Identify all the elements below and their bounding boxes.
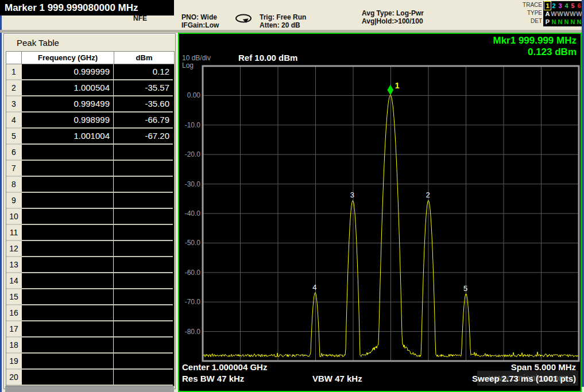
peak-row-frequency: 0.999499 — [21, 96, 113, 112]
peak-row-frequency — [21, 241, 113, 257]
peak-row-dbm — [113, 305, 173, 321]
peak-row-index: 8 — [6, 177, 21, 193]
pno-annunciator: PNO: Wide — [181, 13, 217, 21]
peak-row-dbm — [113, 289, 173, 305]
continuous-sweep-icon[interactable] — [234, 13, 253, 24]
y-axis-label: -40.0 — [185, 209, 201, 218]
peak-row-dbm — [113, 241, 173, 257]
trace-4-type: W — [563, 10, 570, 18]
peak-row-index: 14 — [6, 273, 21, 289]
trace-1-number: 1 — [544, 2, 551, 10]
peak-table-title: Peak Table — [17, 38, 59, 48]
peak-table-row-8[interactable]: 8 — [6, 177, 174, 193]
peak-table-row-20[interactable]: 20 — [6, 370, 174, 386]
peak-table-row-12[interactable]: 12 — [6, 241, 174, 257]
peak-row-index: 10 — [6, 209, 21, 225]
peak-table-row-6[interactable]: 6 — [6, 145, 174, 161]
peak-table-row-13[interactable]: 13 — [6, 257, 174, 273]
trace-status-box[interactable]: 123456 AWWWWW PNNNNN — [543, 1, 583, 26]
y-axis-label: -70.0 — [185, 298, 201, 306]
peak-table-row-16[interactable]: 16 — [6, 305, 174, 321]
peak-row-dbm: -35.60 — [113, 96, 173, 112]
peak-table-row-5[interactable]: 51.001004-67.20 — [6, 129, 174, 145]
marker-1-diamond[interactable] — [387, 85, 393, 95]
trigger-annunciator: Trig: Free Run — [260, 13, 306, 21]
peak-label-3: 3 — [350, 191, 354, 199]
trace-row-label: TRACE — [516, 2, 542, 8]
peak-row-dbm — [113, 257, 173, 273]
peak-table-row-2[interactable]: 21.000504-35.57 — [6, 80, 174, 96]
peak-row-index: 1 — [6, 64, 21, 80]
trace-5-det: N — [570, 18, 576, 26]
peak-row-frequency — [21, 177, 113, 193]
atten-annunciator: Atten: 20 dB — [260, 21, 300, 29]
peak-row-index: 20 — [6, 370, 21, 386]
peak-row-index: 6 — [6, 145, 21, 161]
trace-5-type: W — [570, 10, 576, 18]
peak-table-row-18[interactable]: 18 — [6, 337, 174, 354]
peak-row-dbm — [113, 337, 173, 354]
peak-row-frequency — [21, 321, 113, 337]
peak-table-body: 10.9999990.1221.000504-35.5730.999499-35… — [6, 64, 174, 386]
trace-numbers-row: 123456 — [544, 2, 583, 10]
peak-row-index: 18 — [6, 337, 21, 354]
peak-row-frequency: 0.998999 — [21, 112, 113, 129]
peak-row-frequency — [21, 257, 113, 273]
peak-row-frequency — [21, 370, 113, 386]
peak-row-dbm — [113, 161, 173, 177]
peak-label-4: 4 — [312, 283, 316, 292]
peak-row-index: 5 — [6, 129, 21, 145]
peak-row-index: 15 — [6, 289, 21, 305]
trace-3-det: N — [557, 18, 563, 26]
avg-type-annunciator: Avg Type: Log-Pwr — [362, 9, 424, 17]
peak-row-index: 13 — [6, 257, 21, 273]
peak-row-frequency: 1.000504 — [21, 80, 113, 96]
det-row-label: DET — [516, 18, 542, 24]
ifgain-annunciator: IFGain:Low — [181, 21, 219, 29]
peak-row-frequency — [21, 193, 113, 209]
peak-row-frequency — [21, 161, 113, 177]
peak-row-index: 4 — [6, 112, 21, 129]
peak-row-frequency — [21, 354, 113, 370]
peak-table-scrollbar[interactable] — [5, 386, 174, 392]
trace-2-det: N — [551, 18, 557, 26]
sweep-label: Sweep 2.73 ms (1001 pts) — [472, 374, 576, 383]
trace-detectors-row: PNNNNN — [544, 18, 583, 26]
analyzer-screen: Marker 1 999.999080000 MHz NFE PNO: Wide… — [0, 0, 584, 392]
trace-types-row: AWWWWW — [544, 10, 583, 18]
trace-3-type: W — [557, 10, 563, 18]
trace-3-number: 3 — [557, 2, 563, 10]
nfe-annunciator: NFE — [133, 14, 147, 22]
peak-row-frequency: 1.001004 — [21, 129, 113, 145]
peak-row-dbm: -67.20 — [113, 129, 173, 145]
peak-row-index: 19 — [6, 354, 21, 370]
peak-table-row-19[interactable]: 19 — [6, 354, 174, 370]
peak-table-row-15[interactable]: 15 — [6, 289, 174, 305]
peak-row-index: 3 — [6, 96, 21, 112]
peak-row-dbm — [113, 193, 173, 209]
avg-hold-annunciator: Avg|Hold:>100/100 — [362, 17, 423, 25]
trace-5-number: 5 — [570, 2, 576, 10]
peak-row-dbm — [113, 370, 173, 386]
peak-table-row-1[interactable]: 10.9999990.12 — [6, 64, 174, 80]
trace-4-number: 4 — [563, 2, 570, 10]
peak-table-row-4[interactable]: 40.998999-66.79 — [6, 112, 174, 129]
peak-table-row-3[interactable]: 30.999499-35.60 — [6, 96, 174, 112]
peak-row-frequency — [21, 145, 113, 161]
index-column-header — [6, 52, 21, 64]
span-label: Span 5.000 MHz — [511, 362, 576, 372]
peak-table-row-14[interactable]: 14 — [6, 273, 174, 289]
center-frequency-label: Center 1.000004 GHz — [182, 362, 267, 372]
peak-row-frequency — [21, 305, 113, 321]
y-axis-label: -10.0 — [185, 121, 201, 129]
peak-table-row-17[interactable]: 17 — [6, 321, 174, 337]
peak-row-dbm — [113, 354, 173, 370]
peak-table-row-10[interactable]: 10 — [6, 209, 174, 225]
peak-table-row-9[interactable]: 9 — [6, 193, 174, 209]
peak-label-2: 2 — [426, 191, 430, 199]
peak-table-header: Frequency (GHz) dBm — [6, 52, 174, 64]
right-edge-strip — [582, 0, 584, 387]
peak-table-row-11[interactable]: 11 — [6, 225, 174, 241]
peak-row-index: 9 — [6, 193, 21, 209]
peak-table-row-7[interactable]: 7 — [6, 161, 174, 177]
